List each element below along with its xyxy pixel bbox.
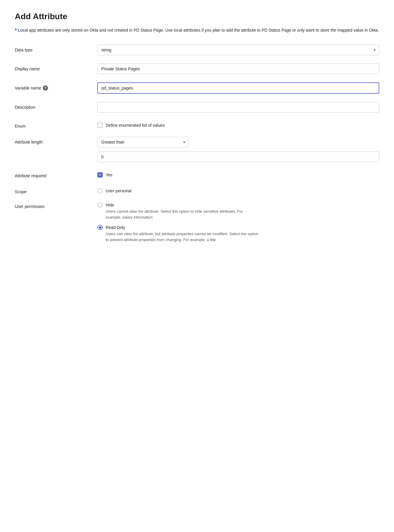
- page-title: Add Attribute: [15, 12, 379, 21]
- variable-name-help-icon[interactable]: ?: [43, 85, 48, 91]
- user-permission-readonly-content: Read Only Users can view the attribute, …: [106, 225, 259, 243]
- user-permission-radio-group: Hide Users cannot view the attribute. Se…: [97, 202, 379, 243]
- display-name-label: Display name: [15, 64, 97, 71]
- description-control: [97, 102, 379, 113]
- scope-row: Scope User personal: [15, 186, 379, 194]
- data-type-row: Data type string boolean integer number: [15, 45, 379, 55]
- attribute-length-select-wrapper[interactable]: Between Equals Greater than Less than: [97, 137, 189, 147]
- description-row: Description: [15, 102, 379, 113]
- display-name-input[interactable]: [97, 64, 379, 74]
- variable-name-label: Variable name ?: [15, 82, 97, 91]
- user-permission-readonly-desc: Users can view the attribute, but attrib…: [106, 231, 259, 243]
- attribute-length-number-input[interactable]: [97, 152, 379, 162]
- enum-checkbox[interactable]: [97, 123, 103, 128]
- user-permission-label: User permission: [15, 202, 97, 209]
- user-permission-control: Hide Users cannot view the attribute. Se…: [97, 202, 379, 243]
- variable-name-control: [97, 82, 379, 94]
- attribute-required-checkbox-row: Yes: [97, 170, 379, 178]
- attribute-length-row: Attribute length Between Equals Greater …: [15, 137, 379, 162]
- attribute-required-control: Yes: [97, 170, 379, 178]
- scope-control: User personal: [97, 186, 379, 193]
- attribute-required-row: Attribute required Yes: [15, 170, 379, 178]
- enum-checkbox-label: Define enumerated list of values: [106, 123, 165, 128]
- user-permission-hide-content: Hide Users cannot view the attribute. Se…: [106, 202, 259, 220]
- enum-control: Define enumerated list of values: [97, 121, 379, 128]
- notice-asterisk: *: [15, 27, 17, 34]
- data-type-control: string boolean integer number: [97, 45, 379, 55]
- info-notice: * Local app attributes are only stored o…: [15, 27, 379, 34]
- scope-radio-row: User personal: [97, 186, 379, 193]
- description-input[interactable]: [97, 102, 379, 113]
- user-permission-readonly-label: Read Only: [106, 225, 259, 230]
- data-type-select[interactable]: string boolean integer number: [97, 45, 379, 55]
- enum-checkbox-row: Define enumerated list of values: [97, 121, 379, 128]
- data-type-select-wrapper[interactable]: string boolean integer number: [97, 45, 379, 55]
- user-permission-hide-desc: Users cannot view the attribute. Select …: [106, 209, 259, 220]
- user-permission-hide-label: Hide: [106, 202, 259, 207]
- data-type-label: Data type: [15, 45, 97, 52]
- attribute-length-label: Attribute length: [15, 137, 97, 144]
- user-permission-readonly-radio[interactable]: [97, 225, 103, 230]
- user-permission-hide-radio[interactable]: [97, 202, 103, 208]
- scope-radio[interactable]: [97, 188, 103, 193]
- attribute-length-select[interactable]: Between Equals Greater than Less than: [97, 137, 189, 147]
- attribute-length-number-wrapper: [97, 152, 379, 162]
- user-permission-readonly-option: Read Only Users can view the attribute, …: [97, 225, 379, 243]
- user-permission-hide-option: Hide Users cannot view the attribute. Se…: [97, 202, 379, 220]
- scope-option-label: User personal: [106, 188, 131, 193]
- enum-label: Enum: [15, 121, 97, 128]
- attribute-required-checkbox[interactable]: [97, 172, 103, 178]
- notice-text: Local app attributes are only stored on …: [18, 27, 379, 33]
- display-name-control: [97, 64, 379, 74]
- variable-name-input[interactable]: [97, 82, 379, 94]
- scope-label: Scope: [15, 186, 97, 194]
- user-permission-row: User permission Hide Users cannot view t…: [15, 202, 379, 243]
- enum-row: Enum Define enumerated list of values: [15, 121, 379, 128]
- display-name-row: Display name: [15, 64, 379, 74]
- add-attribute-form: Data type string boolean integer number …: [15, 45, 379, 243]
- variable-name-row: Variable name ?: [15, 82, 379, 94]
- description-label: Description: [15, 102, 97, 110]
- attribute-required-label: Attribute required: [15, 170, 97, 178]
- attribute-required-option-label: Yes: [106, 173, 112, 177]
- attribute-length-control: Between Equals Greater than Less than: [97, 137, 379, 162]
